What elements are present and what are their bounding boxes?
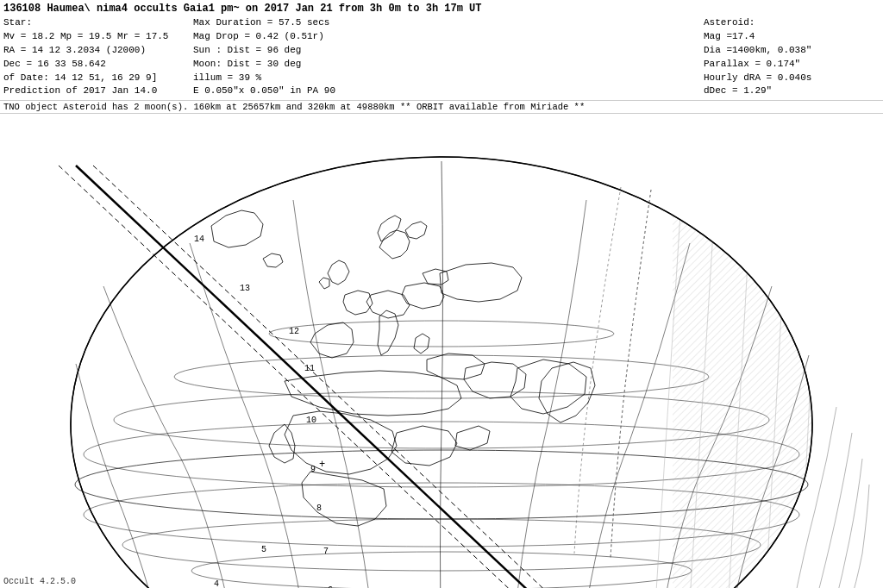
info-left-panel: Star: Mv = 18.2 Mp = 19.5 Mr = 17.5 RA =… (3, 16, 176, 99)
svg-text:13: 13 (240, 284, 250, 293)
parallax: Parallax = 0.174" (704, 58, 876, 72)
svg-text:14: 14 (194, 235, 204, 244)
svg-text:5: 5 (261, 545, 266, 554)
svg-text:+: + (319, 459, 325, 471)
footer-version: Occult 4.2.5.0 (3, 577, 76, 586)
mag-drop: Mag Drop = 0.42 (0.51r) (193, 30, 435, 44)
moon-dist: Moon: Dist = 30 deg (193, 58, 435, 72)
mv-info: Mv = 18.2 Mp = 19.5 Mr = 17.5 (3, 30, 176, 44)
prediction-info: Prediction of 2017 Jan 14.0 (3, 84, 176, 98)
svg-text:4: 4 (214, 579, 219, 588)
svg-text:9: 9 (310, 465, 316, 474)
svg-text:7: 7 (323, 547, 329, 556)
star-label: Star: (3, 16, 176, 30)
dec-info: Dec = 16 33 58.642 (3, 58, 176, 72)
sun-dist: Sun : Dist = 96 deg (193, 44, 435, 58)
tno-info-bar: TNO object Asteroid has 2 moon(s). 160km… (0, 100, 883, 114)
svg-text:8: 8 (316, 504, 322, 513)
ra-info: RA = 14 12 3.2034 (J2000) (3, 44, 176, 58)
ofdate-info: of Date: 14 12 51, 16 29 9] (3, 72, 176, 85)
svg-text:10: 10 (306, 416, 316, 425)
svg-text:11: 11 (304, 364, 315, 373)
asteroid-label: Asteroid: (704, 16, 876, 30)
illum: illum = 39 % (193, 72, 435, 85)
occultation-map: 14 13 12 11 10 9 8 7 6 5 4 3 + (0, 114, 883, 588)
hourly-dra: Hourly dRA = 0.040s (704, 72, 876, 85)
max-duration: Max Duration = 57.5 secs (193, 16, 435, 30)
info-center-panel: Max Duration = 57.5 secs Mag Drop = 0.42… (193, 16, 435, 99)
svg-text:12: 12 (289, 327, 299, 336)
ddec: dDec = 1.29" (704, 84, 876, 98)
ellipse: E 0.050"x 0.050" in PA 90 (193, 84, 435, 98)
asteroid-dia: Dia =1400km, 0.038" (704, 44, 876, 58)
asteroid-mag: Mag =17.4 (704, 30, 876, 44)
info-right-panel: Asteroid: Mag =17.4 Dia =1400km, 0.038" … (704, 16, 876, 99)
page-title: 136108 Haumea\ nima4 occults Gaia1 pm~ o… (3, 2, 880, 16)
